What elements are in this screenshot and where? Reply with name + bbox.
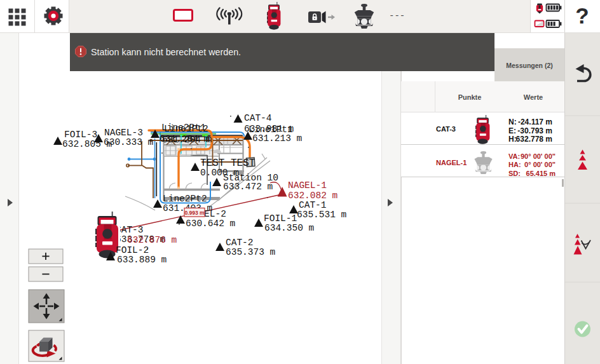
svg-text:0.993 m: 0.993 m [184,210,205,216]
svg-text:Line2Pt2: Line2Pt2 [163,194,207,204]
svg-text:631.213 m: 631.213 m [252,133,302,144]
svg-text:630.333 m: 630.333 m [104,137,153,147]
svg-text:634.350 m: 634.350 m [264,223,314,233]
svg-text:NAGEL-1: NAGEL-1 [288,180,327,191]
svg-text:FOIL-1: FOIL-1 [264,213,297,224]
svg-text:635.531 m: 635.531 m [297,210,346,220]
svg-text:CAT-1: CAT-1 [299,200,327,210]
svg-text:632.876 m: 632.876 m [127,235,177,245]
svg-text:CAT-2: CAT-2 [226,238,254,248]
svg-text:CAT-4: CAT-4 [244,113,272,123]
svg-text:NAGEL-3: NAGEL-3 [104,128,143,138]
svg-text:FOIL-2: FOIL-2 [116,245,149,255]
svg-text:632.082 m: 632.082 m [288,191,338,201]
svg-text:FOIL-3: FOIL-3 [64,130,97,140]
svg-text:Line1Pt2: Line1Pt2 [164,124,208,134]
svg-text:635.373 m: 635.373 m [226,247,275,257]
svg-text:633.472 m: 633.472 m [223,182,273,192]
svg-text:633.889 m: 633.889 m [117,255,167,265]
svg-text:630.642 m: 630.642 m [186,219,235,229]
svg-text:631.204 m: 631.204 m [162,135,212,145]
